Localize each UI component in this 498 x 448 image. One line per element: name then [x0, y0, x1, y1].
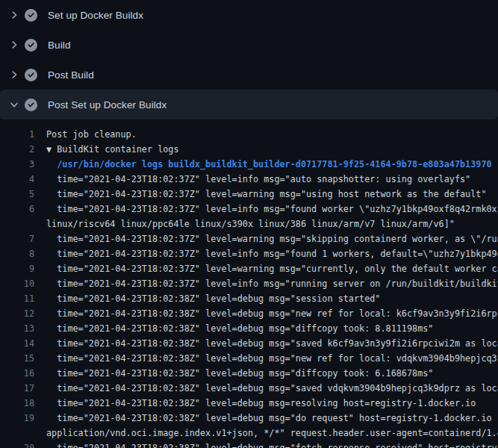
- log-line-number[interactable]: 6: [0, 202, 34, 217]
- log-line-text: linux/riscv64 linux/ppc64le linux/s390x …: [46, 217, 455, 231]
- step-section-header[interactable]: Post Set up Docker Buildx: [0, 90, 498, 119]
- log-line: 15 time="2021-04-23T18:02:38Z" level=deb…: [0, 351, 498, 366]
- log-line-number[interactable]: 20: [0, 441, 34, 448]
- log-line: 16 time="2021-04-23T18:02:38Z" level=deb…: [0, 366, 498, 381]
- check-circle-icon: [25, 9, 37, 22]
- log-line-number[interactable]: 14: [0, 336, 34, 351]
- log-line: 7 time="2021-04-23T18:02:37Z" level=warn…: [0, 231, 498, 246]
- log-line-text: time="2021-04-23T18:02:38Z" level=debug …: [46, 411, 498, 426]
- log-line: 8 time="2021-04-23T18:02:37Z" level=info…: [0, 246, 498, 261]
- log-line: 20 time="2021-04-23T18:02:38Z" level=deb…: [0, 441, 498, 448]
- log-line-text: time="2021-04-23T18:02:38Z" level=debug …: [46, 321, 433, 336]
- log-line-number[interactable]: [0, 217, 34, 231]
- chevron-right-icon: [8, 9, 20, 21]
- step-name: Post Build: [48, 69, 94, 81]
- log-line: 13 time="2021-04-23T18:02:38Z" level=deb…: [0, 321, 498, 336]
- log-line-text: time="2021-04-23T18:02:37Z" level=warnin…: [46, 231, 498, 246]
- log-content: 1 Post job cleanup. 2 ▼ BuildKit contain…: [0, 119, 498, 448]
- check-circle-icon: [25, 39, 37, 52]
- log-line: 17 time="2021-04-23T18:02:38Z" level=deb…: [0, 381, 498, 396]
- log-line: 1 Post job cleanup.: [0, 127, 498, 142]
- log-line-number[interactable]: 18: [0, 396, 34, 411]
- log-line-text: time="2021-04-23T18:02:38Z" level=debug …: [46, 396, 476, 411]
- step-name: Post Set up Docker Buildx: [48, 99, 166, 111]
- log-line-text: /usr/bin/docker logs buildx_buildkit_bui…: [46, 157, 492, 172]
- log-line-number[interactable]: 12: [0, 306, 34, 321]
- log-line-text: time="2021-04-23T18:02:37Z" level=info m…: [46, 172, 470, 187]
- log-line-text: time="2021-04-23T18:02:38Z" level=debug …: [46, 336, 498, 351]
- log-line-number[interactable]: 8: [0, 246, 34, 261]
- log-line-text: Post job cleanup.: [46, 127, 137, 142]
- log-line: 6 time="2021-04-23T18:02:37Z" level=info…: [0, 202, 498, 217]
- group-toggle-label: ▼ BuildKit container logs: [46, 142, 179, 157]
- log-line: linux/riscv64 linux/ppc64le linux/s390x …: [0, 217, 498, 231]
- step-name: Build: [48, 40, 71, 51]
- log-line-number[interactable]: 5: [0, 187, 34, 202]
- log-line-number[interactable]: [0, 426, 34, 441]
- step-name: Set up Docker Buildx: [48, 10, 143, 21]
- log-line-number[interactable]: 19: [0, 411, 34, 426]
- log-line: 19 time="2021-04-23T18:02:38Z" level=deb…: [0, 411, 498, 426]
- log-group-toggle[interactable]: 2 ▼ BuildKit container logs: [0, 142, 498, 157]
- chevron-right-icon: [8, 69, 20, 81]
- log-line-text: time="2021-04-23T18:02:38Z" level=debug …: [46, 351, 498, 366]
- log-line-number[interactable]: 10: [0, 276, 34, 291]
- log-line: 10 time="2021-04-23T18:02:37Z" level=inf…: [0, 276, 498, 291]
- log-line-text: time="2021-04-23T18:02:37Z" level=warnin…: [46, 187, 487, 202]
- log-line-text: time="2021-04-23T18:02:37Z" level=info m…: [46, 246, 498, 261]
- log-line: 5 time="2021-04-23T18:02:37Z" level=warn…: [0, 187, 498, 202]
- log-line-text: time="2021-04-23T18:02:37Z" level=info m…: [46, 276, 498, 291]
- log-line: 9 time="2021-04-23T18:02:37Z" level=warn…: [0, 261, 498, 276]
- check-circle-icon: [25, 69, 37, 81]
- log-line-number[interactable]: 11: [0, 291, 34, 306]
- log-line-number[interactable]: 13: [0, 321, 34, 336]
- log-line-text: time="2021-04-23T18:02:38Z" level=debug …: [46, 441, 498, 448]
- log-line-text: time="2021-04-23T18:02:38Z" level=debug …: [46, 306, 498, 321]
- github-actions-log-viewer: Set up Docker Buildx Build Post Build: [0, 0, 498, 448]
- log-line-number[interactable]: 16: [0, 366, 34, 381]
- log-line-text: time="2021-04-23T18:02:38Z" level=debug …: [46, 366, 433, 381]
- log-line-text: application/vnd.oci.image.index.v1+json,…: [46, 426, 498, 441]
- log-line-text: time="2021-04-23T18:02:37Z" level=warnin…: [46, 261, 498, 276]
- log-line-number[interactable]: 9: [0, 261, 34, 276]
- step-section-header[interactable]: Build: [0, 30, 498, 60]
- step-section-list: Set up Docker Buildx Build Post Build: [0, 0, 498, 119]
- log-line-number[interactable]: 15: [0, 351, 34, 366]
- log-line-number[interactable]: 7: [0, 231, 34, 246]
- log-line-number[interactable]: 3: [0, 157, 34, 172]
- log-line-text: time="2021-04-23T18:02:38Z" level=debug …: [46, 381, 498, 396]
- log-line: 4 time="2021-04-23T18:02:37Z" level=info…: [0, 172, 498, 187]
- log-line: 18 time="2021-04-23T18:02:38Z" level=deb…: [0, 396, 498, 411]
- log-line-number[interactable]: 17: [0, 381, 34, 396]
- log-line: 12 time="2021-04-23T18:02:38Z" level=deb…: [0, 306, 498, 321]
- chevron-down-icon: [8, 99, 20, 111]
- log-line-number[interactable]: 1: [0, 127, 34, 142]
- log-line-text: time="2021-04-23T18:02:38Z" level=debug …: [46, 291, 380, 306]
- chevron-right-icon: [8, 39, 20, 51]
- log-line-text: time="2021-04-23T18:02:37Z" level=info m…: [46, 202, 498, 217]
- log-line: 14 time="2021-04-23T18:02:38Z" level=deb…: [0, 336, 498, 351]
- log-line-number[interactable]: 2: [0, 142, 34, 157]
- check-circle-icon: [25, 99, 37, 111]
- log-line-number[interactable]: 4: [0, 172, 34, 187]
- step-section-header[interactable]: Post Build: [0, 60, 498, 90]
- log-line: 3 /usr/bin/docker logs buildx_buildkit_b…: [0, 157, 498, 172]
- step-section-header[interactable]: Set up Docker Buildx: [0, 0, 498, 30]
- log-line: application/vnd.oci.image.index.v1+json,…: [0, 426, 498, 441]
- log-line: 11 time="2021-04-23T18:02:38Z" level=deb…: [0, 291, 498, 306]
